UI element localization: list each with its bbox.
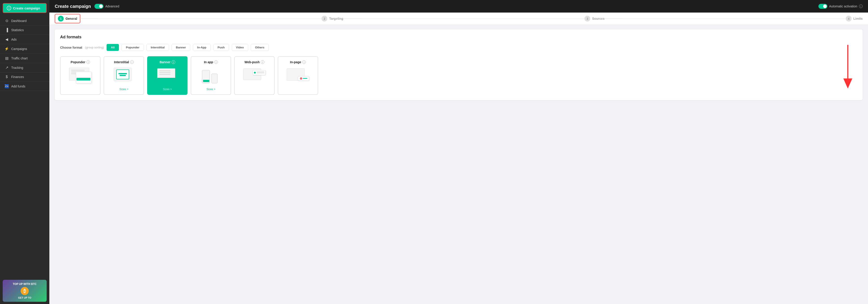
popunder-info-icon[interactable]: i	[86, 60, 90, 64]
inpage-close-x: ×	[300, 77, 302, 79]
filter-push-button[interactable]: Push	[213, 44, 229, 51]
inpage-info-icon[interactable]: i	[302, 60, 306, 64]
webpush-illustration	[238, 67, 271, 85]
sidebar-item-label: Ads	[11, 38, 17, 41]
sidebar-item-finances[interactable]: $ Finances	[0, 72, 49, 81]
sidebar-item-label: Statistics	[11, 28, 24, 32]
step-general[interactable]: 1 General	[55, 14, 80, 23]
inapp-info-icon[interactable]: i	[214, 60, 218, 64]
create-campaign-button[interactable]: + Create campaign	[3, 3, 46, 13]
auto-activation-label: Automatic activation	[829, 4, 857, 8]
inapp-title: In app i	[204, 60, 218, 64]
step-2-label: Targeting	[329, 17, 343, 21]
banner-graphic	[157, 68, 178, 83]
filter-interstitial-button[interactable]: Interstitial	[147, 44, 169, 51]
step-3-label: Sources	[592, 17, 604, 21]
tracking-icon: ↗	[4, 65, 9, 70]
promo-banner[interactable]: TOP UP WITH BTC ₿ GET UP TO	[3, 280, 46, 302]
dashboard-icon: ⊙	[4, 19, 9, 23]
banner-sizes-link[interactable]: Sizes >	[163, 88, 172, 91]
sidebar-item-label: Tracking	[11, 66, 23, 69]
sidebar-item-ads[interactable]: ◀ Ads	[0, 35, 49, 44]
traffic-chart-icon: ▤	[4, 56, 9, 60]
filter-banner-button[interactable]: Banner	[172, 44, 190, 51]
sidebar-item-tracking[interactable]: ↗ Tracking	[0, 63, 49, 72]
inpage-title: In-page i	[290, 60, 306, 64]
sidebar-item-add-funds[interactable]: 🏧 Add funds	[0, 81, 49, 91]
sidebar-item-campaigns[interactable]: ⚡ Campaigns	[0, 44, 49, 54]
promo-text-2: GET UP TO	[18, 296, 31, 299]
banner-info-icon[interactable]: i	[172, 60, 175, 64]
webpush-info-icon[interactable]: i	[261, 60, 264, 64]
popunder-graphic	[69, 68, 92, 83]
sidebar-item-label: Campaigns	[11, 47, 27, 50]
advanced-toggle[interactable]	[94, 4, 103, 9]
inapp-phone-banner	[203, 80, 209, 82]
auto-activation-toggle[interactable]	[818, 4, 827, 9]
sidebar-navigation: ⊙ Dashboard ▐ Statistics ◀ Ads ⚡ Campaig…	[0, 16, 49, 277]
sidebar-item-dashboard[interactable]: ⊙ Dashboard	[0, 16, 49, 26]
interstitial-sizes-link[interactable]: Sizes >	[119, 88, 128, 91]
statistics-icon: ▐	[4, 28, 9, 32]
step-1-number: 1	[58, 16, 64, 22]
group-sorting-label: (group sorting)	[85, 46, 104, 49]
sidebar: + Create campaign ⊙ Dashboard ▐ Statisti…	[0, 0, 49, 304]
interstitial-graphic	[114, 68, 134, 83]
step-4-number: 4	[846, 16, 851, 22]
btc-icon: ₿	[21, 287, 29, 295]
interstitial-illustration	[108, 67, 140, 85]
sidebar-item-label: Finances	[11, 75, 24, 79]
main-content: Create campaign Advanced Automatic activ…	[49, 0, 868, 304]
format-filter-row: Choose format (group sorting) All Popund…	[60, 44, 857, 51]
sidebar-item-traffic-chart[interactable]: ▤ Traffic chart	[0, 54, 49, 63]
ad-card-inpage[interactable]: In-page i ×	[278, 56, 318, 95]
steps-wrapper: 1 General 2 Targeting 3 Sources	[55, 12, 863, 25]
header-right: Automatic activation i	[818, 4, 863, 9]
interstitial-title: Interstitial i	[114, 60, 134, 64]
interstitial-overlay	[116, 69, 129, 79]
inpage-notification: ×	[298, 76, 309, 81]
content-area: Ad formats Choose format (group sorting)…	[49, 25, 868, 304]
create-campaign-label: Create campaign	[13, 6, 40, 10]
filter-video-button[interactable]: Video	[232, 44, 248, 51]
filter-all-button[interactable]: All	[106, 44, 119, 51]
filter-popunder-button[interactable]: Popunder	[122, 44, 144, 51]
ad-card-webpush[interactable]: Web-push i	[234, 56, 275, 95]
ad-card-banner[interactable]: Banner i Sizes >	[147, 56, 188, 95]
step-targeting[interactable]: 2 Targeting	[321, 12, 343, 25]
sidebar-item-label: Dashboard	[11, 19, 27, 23]
banner-illustration	[151, 67, 184, 85]
step-3-number: 3	[584, 16, 590, 22]
interstitial-info-icon[interactable]: i	[130, 60, 134, 64]
ad-card-inapp[interactable]: In app i Sizes >	[191, 56, 231, 95]
ad-card-interstitial[interactable]: Interstitial i Sizes >	[104, 56, 144, 95]
inapp-sizes-link[interactable]: Sizes >	[207, 88, 215, 91]
auto-activation-info-icon[interactable]: i	[859, 4, 863, 8]
banner-strip	[157, 78, 175, 81]
popunder-front-banner	[76, 78, 90, 80]
webpush-notif-lines	[257, 71, 264, 74]
filter-inapp-button[interactable]: In-App	[193, 44, 211, 51]
header-bar: Create campaign Advanced Automatic activ…	[49, 0, 868, 12]
steps-bar: 1 General 2 Targeting 3 Sources	[49, 12, 868, 25]
add-funds-icon: 🏧	[4, 84, 9, 88]
step-4-label: Limits	[854, 17, 863, 21]
step-limits[interactable]: 4 Limits	[846, 12, 863, 25]
step-connector-2	[343, 19, 584, 19]
banner-title: Banner i	[159, 60, 175, 64]
page-title: Create campaign	[55, 4, 91, 9]
step-connector-1	[80, 19, 321, 19]
ad-formats-card: Ad formats Choose format (group sorting)…	[55, 29, 863, 100]
filter-others-button[interactable]: Others	[251, 44, 269, 51]
inpage-graphic: ×	[287, 68, 309, 83]
inpage-line	[303, 78, 307, 79]
step-sources[interactable]: 3 Sources	[584, 12, 604, 25]
inapp-illustration	[195, 67, 227, 85]
advanced-label: Advanced	[105, 4, 119, 8]
webpush-title: Web-push i	[245, 60, 264, 64]
sidebar-item-label: Add funds	[11, 85, 25, 88]
sidebar-item-statistics[interactable]: ▐ Statistics	[0, 26, 49, 35]
ad-card-popunder[interactable]: Popunder i	[60, 56, 100, 95]
campaigns-icon: ⚡	[4, 47, 9, 51]
step-1-label: General	[65, 17, 77, 21]
